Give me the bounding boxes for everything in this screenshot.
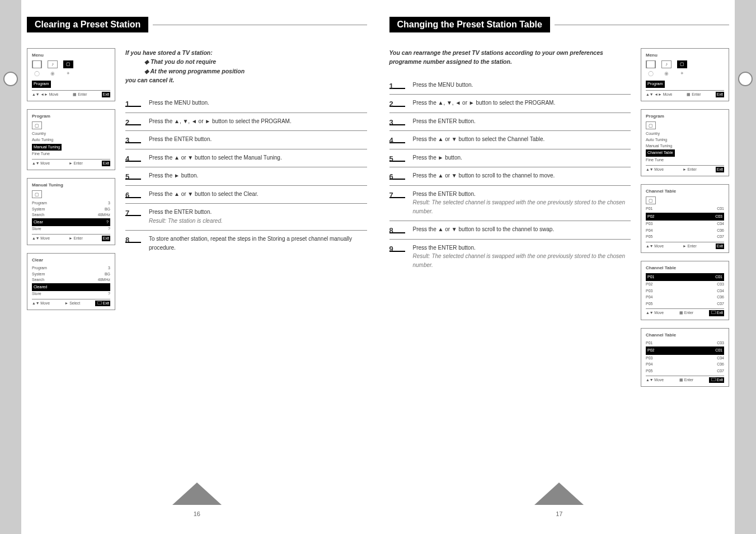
step-9: 9Press the ENTER button.Result: The sele…: [389, 240, 631, 275]
menu-item: Country: [646, 131, 724, 137]
left-page: Clearing a Preset Station If you have st…: [27, 17, 367, 517]
step-text: To store another station, repeat the ste…: [149, 235, 367, 252]
icon-sound: ♪: [48, 60, 58, 68]
r-menu-enter: ▦ Enter: [687, 92, 701, 97]
r-swap2-move: ▲▼ Move: [646, 377, 664, 383]
menu-item: Channel Table: [646, 149, 675, 157]
icon-display: [32, 60, 42, 68]
r-screen-swap1: Channel Table P01C01P02C03P03C04P04C06P0…: [641, 261, 729, 320]
menu-enter: ▦ Enter: [73, 92, 87, 97]
step-number: 8: [389, 225, 405, 233]
table-row: P01C01: [646, 273, 724, 282]
step-text: Press the MENU button.: [149, 99, 367, 107]
r-table-subtitle: Channel Table: [646, 188, 724, 195]
r-menu-icon-row2: ◯ ◉ ✦: [646, 70, 724, 78]
step-text: Press the ENTER button.Result: The selec…: [413, 243, 631, 270]
table-row: P02C03: [646, 282, 724, 288]
step-number: 7: [125, 208, 141, 216]
right-continue-arrow: [534, 483, 584, 505]
step-text: Press the ▲ or ▼ button to select the Ch…: [413, 135, 631, 144]
icon-b: ◉: [48, 70, 58, 78]
left-title: Clearing a Preset Station: [27, 17, 148, 32]
r-screen-menu: Menu ♪ ▢ ◯ ◉ ✦ Program ▲: [641, 48, 729, 101]
r-program-move: ▲▼ Move: [646, 167, 664, 172]
screen-clear: Clear Program3SystemBGSearch48MHzCleared…: [27, 253, 115, 310]
program-subtitle: Program: [32, 113, 110, 120]
step-7: 7Press the ENTER button.Result: The stat…: [125, 204, 367, 231]
content-spread: Clearing a Preset Station If you have st…: [21, 0, 735, 534]
menu-item: Fine Tune: [646, 157, 724, 163]
binder-hole-right: [738, 72, 753, 86]
program-icon: ▢: [32, 121, 42, 129]
table-row: P03C04: [646, 355, 724, 362]
left-screens: Menu ♪ ▢ ◯ ◉ ✦ Program ▲: [27, 48, 115, 310]
program-foot: ▲▼ Move ► Enter Exit: [32, 159, 110, 166]
step-number: 2: [389, 99, 405, 107]
manual-icon: ▢: [32, 190, 42, 198]
step-6: 6Press the ▲ or ▼ button to select the C…: [125, 186, 367, 204]
left-page-number: 16: [194, 510, 200, 517]
icon-c: ✦: [677, 70, 687, 78]
table-row: SystemBG: [32, 271, 110, 278]
manual-subtitle: Manual Tuning: [32, 182, 110, 189]
menu-item: Fine Tune: [32, 151, 110, 157]
right-margin-bar: [735, 0, 756, 534]
step-1: 1Press the MENU button.: [125, 95, 367, 113]
r-table-enter: ► Enter: [683, 243, 697, 249]
r-menu-move: ▲▼ ◄► Move: [646, 92, 672, 97]
menu-item: Auto Tuning: [646, 137, 724, 143]
r-swap1-foot: ▲▼ Move ▦ Enter Exit: [646, 308, 724, 316]
step-number: 8: [125, 235, 141, 243]
step-text: Press the ► button.: [413, 153, 631, 162]
step-number: 3: [125, 135, 141, 143]
icon-program: ▢: [677, 60, 687, 68]
r-program-enter: ► Enter: [683, 167, 697, 172]
step-1: 1Press the MENU button.: [389, 77, 631, 95]
left-intro: If you have stored a TV station: ◆ That …: [125, 48, 367, 85]
step-3: 3Press the ENTER button.: [389, 113, 631, 132]
r-table-foot: ▲▼ Move ► Enter Exit: [646, 242, 724, 249]
left-title-bar: Clearing a Preset Station: [27, 17, 367, 32]
clear-subtitle: Clear: [32, 257, 110, 264]
left-continue-arrow: [172, 483, 222, 505]
step-number: 6: [125, 190, 141, 198]
icon-a: ◯: [646, 70, 656, 78]
screen-program: Program ▢ CountryAuto TuningManual Tunin…: [27, 109, 115, 170]
right-title-bar: Changing the Preset Station Table: [389, 17, 730, 32]
r-table-exit: Exit: [716, 243, 724, 249]
icon-a: ◯: [32, 70, 42, 78]
table-row: P04C06: [646, 362, 724, 368]
r-menu-foot: ▲▼ ◄► Move ▦ Enter Exit: [646, 90, 724, 97]
menu-subtitle: Menu: [32, 52, 110, 59]
right-title: Changing the Preset Station Table: [389, 17, 550, 32]
icon-sound: ♪: [661, 60, 672, 68]
table-row: P01C03: [646, 340, 724, 346]
step-number: 9: [389, 243, 405, 252]
icon-c: ✦: [63, 70, 73, 78]
step-8: 8To store another station, repeat the st…: [125, 231, 367, 257]
step-text: Press the ▲ or ▼ button to scroll to the…: [413, 225, 631, 234]
r-program-foot: ▲▼ Move ► Enter Exit: [646, 165, 724, 172]
r-menu-icon-row1: ♪ ▢: [646, 60, 724, 68]
table-row: Cleared: [32, 283, 110, 292]
menu-sel-label: Program: [32, 81, 51, 88]
r-swap1-subtitle: Channel Table: [646, 265, 724, 271]
step-4: 4Press the ▲ or ▼ button to select the C…: [389, 131, 631, 149]
table-row: Program3: [32, 200, 110, 207]
step-5: 5Press the ► button.: [389, 149, 631, 168]
step-text: Press the MENU button.: [413, 81, 631, 90]
icon-display: [646, 60, 656, 68]
right-steps: You can rearrange the preset TV stations…: [389, 48, 631, 387]
table-row: Clear?: [32, 218, 110, 227]
left-steps: If you have stored a TV station: ◆ That …: [125, 48, 367, 310]
table-row: Program3: [32, 265, 110, 271]
menu-foot: ▲▼ ◄► Move ▦ Enter Exit: [32, 90, 110, 97]
menu-icon-row1: ♪ ▢: [32, 60, 110, 68]
r-table-move: ▲▼ Move: [646, 243, 664, 249]
right-page-number: 17: [556, 510, 562, 517]
table-row: P01C01: [646, 206, 724, 212]
r-swap2-enter: ▦ Enter: [679, 377, 693, 383]
table-row: P02C01: [646, 346, 724, 355]
icon-b: ◉: [661, 70, 672, 78]
table-row: P04C06: [646, 228, 724, 234]
